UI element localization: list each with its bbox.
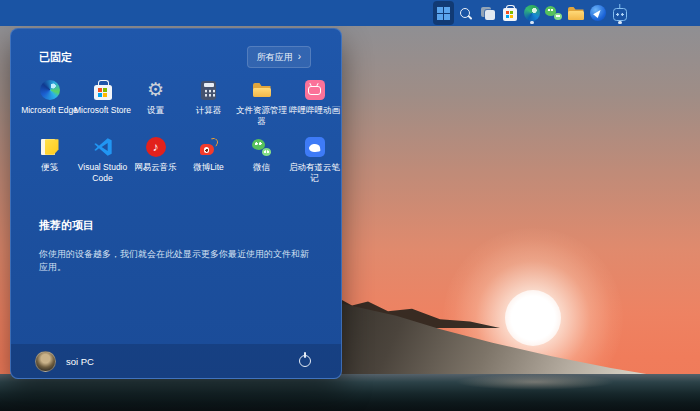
bilibili-icon bbox=[305, 80, 325, 100]
edge-icon bbox=[40, 80, 60, 100]
recommended-empty-text: 你使用的设备越多，我们就会在此处显示更多你最近使用的文件和新应用。 bbox=[39, 248, 313, 274]
user-name: soi PC bbox=[66, 356, 94, 367]
wechat-icon bbox=[545, 5, 562, 21]
pinned-app-wechat[interactable]: 微信 bbox=[235, 137, 288, 183]
windows-start-icon bbox=[437, 7, 450, 20]
pinned-app-bilibili[interactable]: 哔哩哔哩动画 bbox=[288, 80, 341, 126]
all-apps-button[interactable]: 所有应用 › bbox=[247, 46, 311, 68]
app-label: 文件资源管理器 bbox=[233, 105, 291, 126]
app-label: Visual Studio Code bbox=[74, 162, 132, 183]
taskbar bbox=[0, 0, 700, 26]
pinned-app-netease-music[interactable]: ♪ 网易云音乐 bbox=[129, 137, 182, 183]
app-label: 哔哩哔哩动画 bbox=[286, 105, 344, 116]
browser-button[interactable] bbox=[587, 1, 608, 25]
sticky-notes-icon bbox=[40, 137, 60, 157]
wechat-button[interactable] bbox=[543, 1, 564, 25]
pinned-app-sticky-notes[interactable]: 便笺 bbox=[23, 137, 76, 183]
app-label: 设置 bbox=[127, 105, 185, 116]
microsoft-store-icon bbox=[93, 80, 113, 100]
sun-reflection bbox=[455, 374, 615, 390]
youdao-note-icon bbox=[305, 137, 325, 157]
browser-cursor-icon bbox=[590, 5, 606, 21]
search-button[interactable] bbox=[455, 1, 476, 25]
app-label: Microsoft Edge bbox=[21, 105, 79, 116]
start-menu-user-bar: soi PC bbox=[11, 344, 341, 378]
pinned-app-weibo-lite[interactable]: 微博Lite bbox=[182, 137, 235, 183]
app-label: 微博Lite bbox=[180, 162, 238, 173]
settings-gear-icon: ⚙ bbox=[146, 80, 166, 100]
assistant-app-button[interactable] bbox=[609, 1, 630, 25]
microsoft-flag-icon bbox=[506, 11, 513, 18]
app-label: 计算器 bbox=[180, 105, 238, 116]
task-view-button[interactable] bbox=[477, 1, 498, 25]
power-button[interactable] bbox=[293, 349, 317, 373]
app-label: 微信 bbox=[233, 162, 291, 173]
app-label: 网易云音乐 bbox=[127, 162, 185, 173]
wechat-icon bbox=[252, 137, 272, 157]
pinned-app-file-explorer[interactable]: 文件资源管理器 bbox=[235, 80, 288, 126]
bilibili-tv-icon bbox=[308, 86, 321, 95]
pinned-app-settings[interactable]: ⚙ 设置 bbox=[129, 80, 182, 126]
pinned-app-microsoft-edge[interactable]: Microsoft Edge bbox=[23, 80, 76, 126]
search-icon bbox=[459, 7, 472, 20]
folder-icon bbox=[252, 80, 272, 100]
all-apps-label: 所有应用 bbox=[257, 51, 293, 64]
task-view-icon bbox=[480, 5, 496, 21]
taskbar-icons bbox=[433, 0, 630, 26]
file-explorer-button[interactable] bbox=[565, 1, 586, 25]
netease-music-icon: ♪ bbox=[146, 137, 166, 157]
calculator-display bbox=[204, 83, 214, 87]
pinned-header-row: 已固定 所有应用 › bbox=[11, 29, 341, 68]
app-label: 便笺 bbox=[21, 162, 79, 173]
sun bbox=[505, 290, 561, 346]
globe-app-icon bbox=[524, 5, 540, 21]
calculator-keys bbox=[204, 89, 215, 98]
weibo-icon bbox=[199, 137, 219, 157]
start-button[interactable] bbox=[433, 1, 454, 25]
power-icon bbox=[299, 355, 311, 367]
pinned-title: 已固定 bbox=[39, 50, 72, 65]
pinned-app-grid: Microsoft Edge Microsoft Store ⚙ 设置 计算器 … bbox=[11, 80, 341, 184]
recommended-title: 推荐的项目 bbox=[39, 218, 313, 233]
pinned-app-calculator[interactable]: 计算器 bbox=[182, 80, 235, 126]
assistant-robot-icon bbox=[613, 8, 627, 21]
chevron-right-icon: › bbox=[298, 52, 301, 62]
folder-icon bbox=[568, 6, 584, 20]
pinned-app-microsoft-store[interactable]: Microsoft Store bbox=[76, 80, 129, 126]
microsoft-store-icon bbox=[502, 5, 518, 22]
vscode-icon bbox=[93, 137, 113, 157]
microsoft-flag-icon bbox=[98, 88, 107, 97]
pinned-app-youdao-note[interactable]: 启动有道云笔记 bbox=[288, 137, 341, 183]
avatar bbox=[35, 351, 56, 372]
music-note-glyph: ♪ bbox=[146, 137, 166, 157]
calculator-icon bbox=[199, 80, 219, 100]
microsoft-store-button[interactable] bbox=[499, 1, 520, 25]
start-menu: 已固定 所有应用 › Microsoft Edge Microsoft Stor… bbox=[10, 28, 342, 379]
app-label: 启动有道云笔记 bbox=[286, 162, 344, 183]
globe-app-button[interactable] bbox=[521, 1, 542, 25]
app-label: Microsoft Store bbox=[74, 105, 132, 116]
screen: 已固定 所有应用 › Microsoft Edge Microsoft Stor… bbox=[0, 0, 700, 411]
user-account-button[interactable]: soi PC bbox=[35, 351, 94, 372]
water bbox=[0, 374, 700, 411]
weibo-eye-icon bbox=[204, 147, 210, 153]
gear-glyph: ⚙ bbox=[146, 80, 166, 100]
pinned-app-vscode[interactable]: Visual Studio Code bbox=[76, 137, 129, 183]
